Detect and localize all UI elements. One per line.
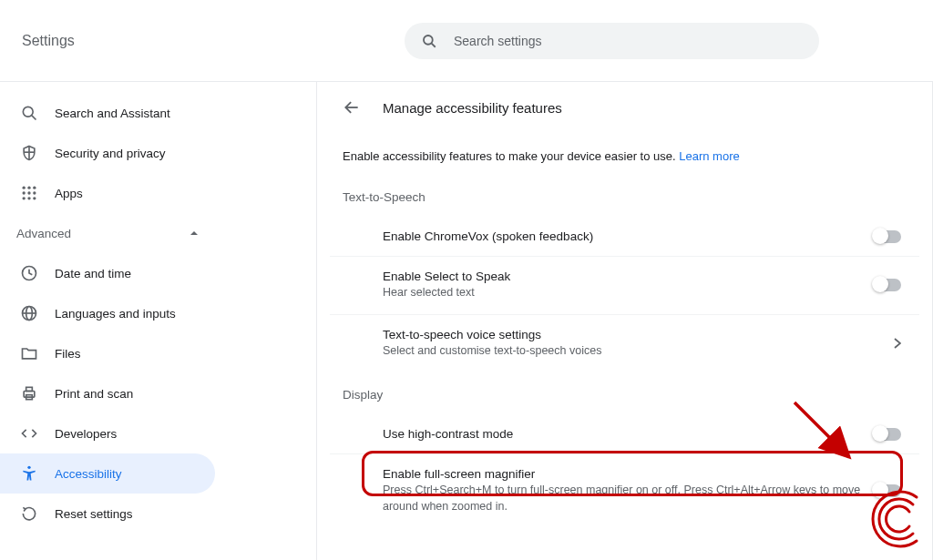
- sidebar-item-shield[interactable]: Security and privacy: [0, 133, 215, 173]
- sidebar-item-label: Security and privacy: [55, 147, 166, 160]
- settings-row: Use high-contrast mode: [330, 414, 919, 454]
- svg-point-6: [33, 187, 36, 189]
- sidebar-item-label: Print and scan: [55, 387, 133, 401]
- main-panel: Manage accessibility features Enable acc…: [317, 82, 933, 560]
- settings-group: Text-to-SpeechEnable ChromeVox (spoken f…: [319, 190, 930, 388]
- toggle-switch[interactable]: [874, 279, 901, 291]
- row-title: Use high-contrast mode: [383, 427, 874, 441]
- row-title: Enable ChromeVox (spoken feedback): [383, 229, 874, 243]
- svg-point-8: [27, 191, 30, 194]
- search-icon: [421, 33, 437, 49]
- sidebar-item-globe[interactable]: Languages and inputs: [0, 293, 215, 333]
- row-text: Use high-contrast mode: [383, 427, 874, 441]
- sidebar-section-advanced[interactable]: Advanced: [0, 213, 215, 253]
- sidebar-item-label: Developers: [55, 427, 117, 441]
- folder-icon: [20, 344, 38, 362]
- row-text: Enable full-screen magnifierPress Ctrl+S…: [383, 467, 874, 514]
- svg-point-9: [33, 191, 36, 194]
- sidebar-item-code[interactable]: Developers: [0, 413, 215, 453]
- code-icon: [20, 424, 38, 443]
- sidebar-item-printer[interactable]: Print and scan: [0, 373, 215, 413]
- apps-icon: [20, 184, 38, 202]
- svg-point-10: [23, 197, 26, 199]
- sidebar-item-label: Apps: [55, 187, 83, 200]
- svg-line-3: [32, 116, 36, 120]
- svg-point-5: [27, 187, 30, 189]
- chevron-up-icon: [190, 229, 199, 238]
- section-label: Advanced: [16, 227, 71, 240]
- settings-row: Enable full-screen magnifierPress Ctrl+S…: [330, 454, 919, 527]
- page-header: Manage accessibility features: [319, 98, 930, 144]
- clock-icon: [20, 264, 38, 282]
- row-text: Text-to-speech voice settingsSelect and …: [383, 328, 894, 360]
- row-subtitle: Press Ctrl+Search+M to turn full-screen …: [383, 483, 874, 514]
- chevron-right-icon: [894, 338, 901, 349]
- sidebar-item-label: Search and Assistant: [55, 107, 170, 120]
- svg-point-4: [23, 187, 26, 189]
- intro-text-content: Enable accessibility features to make yo…: [343, 149, 679, 163]
- reset-icon: [20, 504, 38, 523]
- learn-more-link[interactable]: Learn more: [679, 149, 739, 163]
- row-title: Enable Select to Speak: [383, 270, 874, 283]
- toggle-switch[interactable]: [874, 230, 901, 243]
- settings-row: Enable Select to SpeakHear selected text: [330, 257, 919, 315]
- row-subtitle: Hear selected text: [383, 285, 874, 301]
- sidebar-item-label: Date and time: [55, 267, 131, 280]
- app-header: Settings: [0, 0, 933, 82]
- svg-point-11: [27, 197, 30, 199]
- row-subtitle: Select and customise text-to-speech voic…: [383, 343, 894, 360]
- toggle-switch[interactable]: [874, 428, 901, 441]
- intro-text: Enable accessibility features to make yo…: [319, 144, 930, 190]
- settings-group: DisplayUse high-contrast modeEnable full…: [319, 388, 930, 544]
- svg-line-1: [432, 43, 436, 46]
- svg-point-2: [23, 107, 33, 117]
- sidebar-item-label: Reset settings: [55, 507, 133, 521]
- sidebar-item-label: Files: [55, 347, 81, 361]
- svg-point-0: [424, 36, 433, 45]
- sidebar-item-search[interactable]: Search and Assistant: [0, 93, 215, 133]
- a11y-icon: [20, 464, 38, 483]
- printer-icon: [20, 384, 38, 402]
- sidebar-item-label: Languages and inputs: [55, 307, 176, 321]
- search-field[interactable]: [405, 23, 819, 59]
- svg-rect-18: [26, 387, 33, 391]
- sidebar: Search and AssistantSecurity and privacy…: [0, 82, 317, 560]
- svg-point-12: [33, 197, 36, 199]
- group-label: Text-to-Speech: [319, 190, 930, 217]
- search-icon: [20, 104, 38, 122]
- sidebar-item-reset[interactable]: Reset settings: [0, 494, 215, 534]
- row-title: Text-to-speech voice settings: [383, 328, 894, 341]
- search-input[interactable]: [454, 34, 803, 48]
- row-text: Enable ChromeVox (spoken feedback): [383, 229, 874, 243]
- settings-row[interactable]: Text-to-speech voice settingsSelect and …: [330, 315, 919, 372]
- back-button[interactable]: [343, 98, 361, 117]
- sidebar-item-apps[interactable]: Apps: [0, 173, 215, 213]
- settings-row: Enable ChromeVox (spoken feedback): [330, 217, 919, 257]
- svg-point-20: [27, 466, 30, 469]
- toggle-switch[interactable]: [874, 484, 901, 497]
- group-label: Display: [319, 388, 930, 414]
- sidebar-item-folder[interactable]: Files: [0, 333, 215, 373]
- row-title: Enable full-screen magnifier: [383, 467, 874, 481]
- globe-icon: [20, 304, 38, 322]
- shield-icon: [20, 144, 38, 162]
- app-title: Settings: [22, 33, 405, 49]
- page-title: Manage accessibility features: [383, 100, 562, 116]
- sidebar-item-label: Accessibility: [55, 467, 122, 481]
- sidebar-item-clock[interactable]: Date and time: [0, 253, 215, 293]
- sidebar-item-a11y[interactable]: Accessibility: [0, 453, 215, 494]
- svg-point-7: [23, 191, 26, 194]
- row-text: Enable Select to SpeakHear selected text: [383, 270, 874, 301]
